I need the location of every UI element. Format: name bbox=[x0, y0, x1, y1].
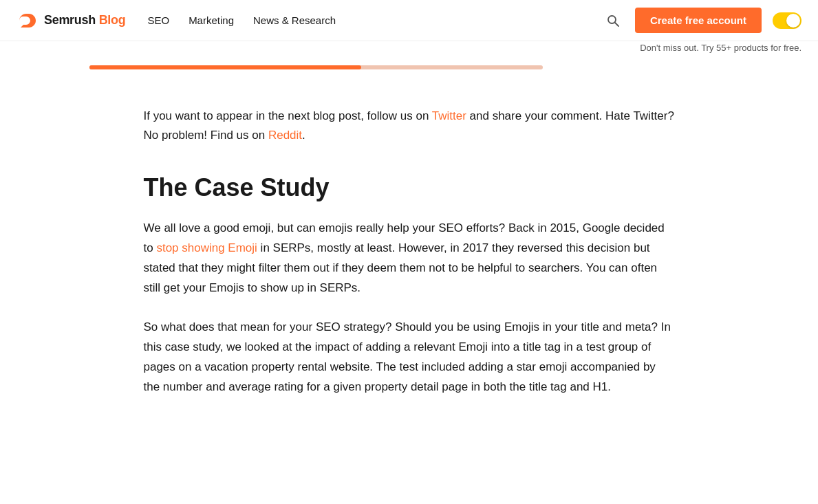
svg-point-0 bbox=[608, 16, 616, 23]
create-account-button[interactable]: Create free account bbox=[635, 8, 762, 33]
header-left: Semrush Blog SEO Marketing News & Resear… bbox=[17, 11, 336, 30]
main-nav: SEO Marketing News & Research bbox=[147, 14, 336, 26]
intro-text-before: If you want to appear in the next blog p… bbox=[144, 109, 432, 122]
theme-toggle[interactable] bbox=[773, 12, 801, 29]
logo-semrush-text: Semrush bbox=[44, 13, 96, 27]
search-button[interactable] bbox=[602, 10, 624, 32]
intro-text-end: . bbox=[302, 129, 305, 142]
reddit-link[interactable]: Reddit bbox=[268, 129, 302, 142]
stop-showing-emoji-link[interactable]: stop showing Emoji bbox=[156, 241, 257, 254]
reading-progress-container bbox=[89, 65, 543, 69]
dont-miss-bar: Don't miss out. Try 55+ products for fre… bbox=[0, 41, 818, 58]
reading-progress-fill bbox=[89, 65, 361, 69]
search-icon bbox=[606, 14, 620, 28]
intro-paragraph: If you want to appear in the next blog p… bbox=[144, 107, 675, 145]
dont-miss-text: Don't miss out. Try 55+ products for fre… bbox=[640, 43, 801, 53]
progress-bar-area bbox=[0, 58, 818, 93]
nav-marketing[interactable]: Marketing bbox=[189, 14, 234, 26]
semrush-logo-icon bbox=[17, 11, 39, 30]
header-right: Create free account bbox=[602, 8, 801, 33]
logo-area[interactable]: Semrush Blog bbox=[17, 11, 125, 30]
logo-blog-text: Blog bbox=[96, 13, 126, 27]
twitter-link[interactable]: Twitter bbox=[432, 109, 466, 122]
toggle-knob bbox=[786, 14, 800, 28]
nav-seo[interactable]: SEO bbox=[147, 14, 169, 26]
nav-news-research[interactable]: News & Research bbox=[253, 14, 336, 26]
body-paragraph-2: So what does that mean for your SEO stra… bbox=[144, 318, 675, 397]
main-content: If you want to appear in the next blog p… bbox=[127, 93, 691, 457]
svg-line-1 bbox=[615, 23, 618, 26]
site-header: Semrush Blog SEO Marketing News & Resear… bbox=[0, 0, 818, 41]
body-paragraph-1: We all love a good emoji, but can emojis… bbox=[144, 219, 675, 298]
case-study-title: The Case Study bbox=[144, 173, 675, 202]
logo-text: Semrush Blog bbox=[44, 13, 125, 28]
